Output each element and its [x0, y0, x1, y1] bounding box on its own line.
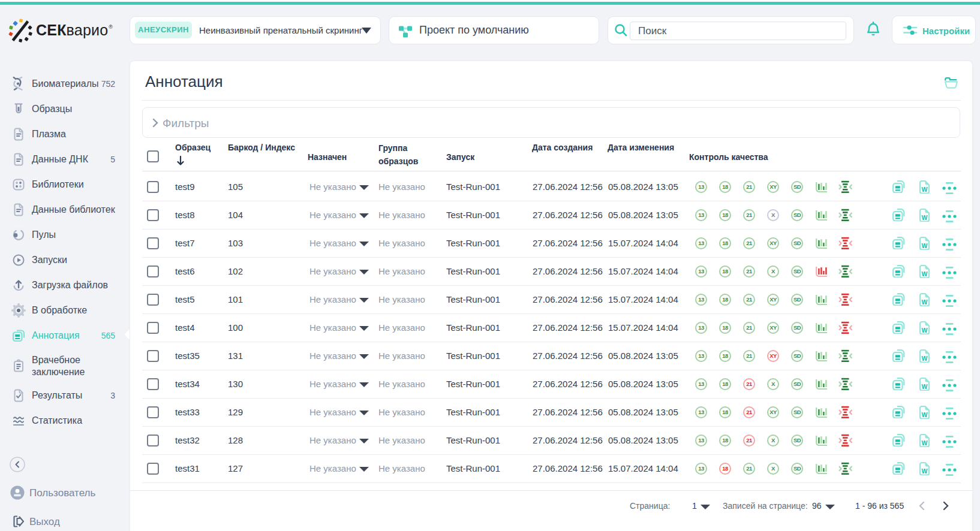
svg-text:W: W	[922, 186, 928, 193]
svg-text:W: W	[922, 355, 928, 362]
svg-text:W: W	[922, 298, 928, 306]
svg-text:W: W	[922, 439, 928, 446]
svg-text:W: W	[922, 327, 928, 334]
svg-text:W: W	[922, 383, 928, 390]
svg-text:W: W	[922, 270, 928, 277]
svg-text:W: W	[922, 214, 928, 221]
svg-text:W: W	[922, 411, 928, 418]
svg-text:W: W	[922, 242, 928, 249]
svg-text:W: W	[922, 467, 928, 475]
